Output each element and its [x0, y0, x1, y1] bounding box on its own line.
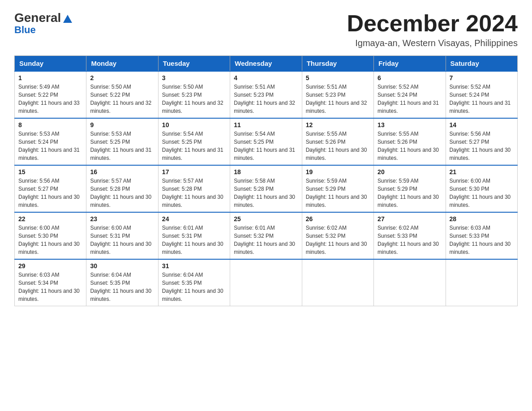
day-number: 27: [378, 215, 442, 223]
table-row: 24 Sunrise: 6:01 AMSunset: 5:31 PMDaylig…: [158, 212, 230, 259]
table-row: 20 Sunrise: 5:59 AMSunset: 5:29 PMDaylig…: [374, 165, 446, 212]
table-row: 15 Sunrise: 5:56 AMSunset: 5:27 PMDaylig…: [15, 165, 86, 212]
table-row: 10 Sunrise: 5:54 AMSunset: 5:25 PMDaylig…: [158, 118, 230, 165]
col-sunday: Sunday: [15, 56, 86, 72]
day-info: Sunrise: 6:02 AMSunset: 5:33 PMDaylight:…: [378, 224, 442, 256]
day-number: 11: [234, 121, 298, 128]
logo-triangle-icon: [63, 15, 72, 23]
table-row: 25 Sunrise: 6:01 AMSunset: 5:32 PMDaylig…: [230, 212, 302, 259]
day-info: Sunrise: 5:52 AMSunset: 5:24 PMDaylight:…: [378, 83, 442, 115]
table-row: 9 Sunrise: 5:53 AMSunset: 5:25 PMDayligh…: [86, 118, 158, 165]
table-row: 7 Sunrise: 5:52 AMSunset: 5:24 PMDayligh…: [446, 71, 517, 118]
col-tuesday: Tuesday: [158, 56, 230, 72]
day-number: 10: [162, 121, 226, 128]
table-row: 3 Sunrise: 5:50 AMSunset: 5:23 PMDayligh…: [158, 71, 230, 118]
day-number: 16: [90, 168, 154, 176]
day-number: 18: [234, 168, 298, 176]
day-info: Sunrise: 6:03 AMSunset: 5:33 PMDaylight:…: [450, 224, 514, 256]
day-number: 5: [306, 74, 370, 81]
day-number: 25: [234, 215, 298, 223]
col-friday: Friday: [374, 56, 446, 72]
day-info: Sunrise: 6:01 AMSunset: 5:32 PMDaylight:…: [234, 224, 298, 256]
table-row: 27 Sunrise: 6:02 AMSunset: 5:33 PMDaylig…: [374, 212, 446, 259]
calendar-week-row: 1 Sunrise: 5:49 AMSunset: 5:22 PMDayligh…: [15, 71, 518, 118]
col-thursday: Thursday: [302, 56, 373, 72]
day-number: 20: [378, 168, 442, 176]
day-number: 22: [18, 215, 82, 223]
logo-blue-text: Blue: [14, 24, 36, 36]
table-row: [374, 259, 446, 306]
location-subtitle: Igmaya-an, Western Visayas, Philippines: [347, 38, 518, 48]
calendar-header-row: Sunday Monday Tuesday Wednesday Thursday…: [15, 56, 518, 72]
day-info: Sunrise: 5:59 AMSunset: 5:29 PMDaylight:…: [378, 177, 442, 209]
day-number: 3: [162, 74, 226, 81]
day-info: Sunrise: 5:59 AMSunset: 5:29 PMDaylight:…: [306, 177, 370, 209]
col-wednesday: Wednesday: [230, 56, 302, 72]
day-number: 31: [162, 262, 226, 270]
day-info: Sunrise: 5:49 AMSunset: 5:22 PMDaylight:…: [18, 83, 82, 115]
day-number: 26: [306, 215, 370, 223]
day-number: 9: [90, 121, 154, 128]
day-number: 2: [90, 74, 154, 81]
title-area: December 2024 Igmaya-an, Western Visayas…: [347, 11, 518, 48]
day-number: 12: [306, 121, 370, 128]
calendar-week-row: 22 Sunrise: 6:00 AMSunset: 5:30 PMDaylig…: [15, 212, 518, 259]
table-row: 8 Sunrise: 5:53 AMSunset: 5:24 PMDayligh…: [15, 118, 86, 165]
table-row: 11 Sunrise: 5:54 AMSunset: 5:25 PMDaylig…: [230, 118, 302, 165]
day-info: Sunrise: 5:50 AMSunset: 5:23 PMDaylight:…: [162, 83, 226, 115]
calendar-week-row: 8 Sunrise: 5:53 AMSunset: 5:24 PMDayligh…: [15, 118, 518, 165]
day-number: 13: [378, 121, 442, 128]
table-row: 13 Sunrise: 5:55 AMSunset: 5:26 PMDaylig…: [374, 118, 446, 165]
day-number: 1: [18, 74, 82, 81]
day-info: Sunrise: 5:54 AMSunset: 5:25 PMDaylight:…: [162, 130, 226, 162]
table-row: 1 Sunrise: 5:49 AMSunset: 5:22 PMDayligh…: [15, 71, 86, 118]
day-number: 15: [18, 168, 82, 176]
day-number: 28: [450, 215, 514, 223]
table-row: 12 Sunrise: 5:55 AMSunset: 5:26 PMDaylig…: [302, 118, 373, 165]
day-info: Sunrise: 5:54 AMSunset: 5:25 PMDaylight:…: [234, 130, 298, 162]
calendar-week-row: 29 Sunrise: 6:03 AMSunset: 5:34 PMDaylig…: [15, 259, 518, 306]
day-info: Sunrise: 6:03 AMSunset: 5:34 PMDaylight:…: [18, 271, 82, 303]
table-row: 31 Sunrise: 6:04 AMSunset: 5:35 PMDaylig…: [158, 259, 230, 306]
day-info: Sunrise: 5:55 AMSunset: 5:26 PMDaylight:…: [378, 130, 442, 162]
logo: General Blue: [14, 11, 72, 36]
day-number: 30: [90, 262, 154, 270]
table-row: [302, 259, 373, 306]
day-number: 24: [162, 215, 226, 223]
day-info: Sunrise: 5:58 AMSunset: 5:28 PMDaylight:…: [234, 177, 298, 209]
table-row: 4 Sunrise: 5:51 AMSunset: 5:23 PMDayligh…: [230, 71, 302, 118]
calendar-week-row: 15 Sunrise: 5:56 AMSunset: 5:27 PMDaylig…: [15, 165, 518, 212]
day-info: Sunrise: 5:56 AMSunset: 5:27 PMDaylight:…: [450, 130, 514, 162]
table-row: 14 Sunrise: 5:56 AMSunset: 5:27 PMDaylig…: [446, 118, 517, 165]
table-row: 19 Sunrise: 5:59 AMSunset: 5:29 PMDaylig…: [302, 165, 373, 212]
month-title: December 2024: [347, 11, 518, 36]
day-number: 8: [18, 121, 82, 128]
day-number: 4: [234, 74, 298, 81]
table-row: 6 Sunrise: 5:52 AMSunset: 5:24 PMDayligh…: [374, 71, 446, 118]
col-saturday: Saturday: [446, 56, 517, 72]
day-info: Sunrise: 6:00 AMSunset: 5:30 PMDaylight:…: [18, 224, 82, 256]
table-row: 5 Sunrise: 5:51 AMSunset: 5:23 PMDayligh…: [302, 71, 373, 118]
table-row: 29 Sunrise: 6:03 AMSunset: 5:34 PMDaylig…: [15, 259, 86, 306]
table-row: 17 Sunrise: 5:57 AMSunset: 5:28 PMDaylig…: [158, 165, 230, 212]
day-info: Sunrise: 5:51 AMSunset: 5:23 PMDaylight:…: [234, 83, 298, 115]
day-info: Sunrise: 6:04 AMSunset: 5:35 PMDaylight:…: [162, 271, 226, 303]
day-info: Sunrise: 5:50 AMSunset: 5:22 PMDaylight:…: [90, 83, 154, 115]
day-info: Sunrise: 5:56 AMSunset: 5:27 PMDaylight:…: [18, 177, 82, 209]
day-info: Sunrise: 5:52 AMSunset: 5:24 PMDaylight:…: [450, 83, 514, 115]
day-info: Sunrise: 5:55 AMSunset: 5:26 PMDaylight:…: [306, 130, 370, 162]
day-number: 6: [378, 74, 442, 81]
col-monday: Monday: [86, 56, 158, 72]
day-info: Sunrise: 5:53 AMSunset: 5:24 PMDaylight:…: [18, 130, 82, 162]
table-row: 18 Sunrise: 5:58 AMSunset: 5:28 PMDaylig…: [230, 165, 302, 212]
day-number: 7: [450, 74, 514, 81]
day-info: Sunrise: 5:51 AMSunset: 5:23 PMDaylight:…: [306, 83, 370, 115]
table-row: 23 Sunrise: 6:00 AMSunset: 5:31 PMDaylig…: [86, 212, 158, 259]
day-number: 29: [18, 262, 82, 270]
day-info: Sunrise: 6:01 AMSunset: 5:31 PMDaylight:…: [162, 224, 226, 256]
day-number: 21: [450, 168, 514, 176]
day-number: 23: [90, 215, 154, 223]
day-info: Sunrise: 6:00 AMSunset: 5:30 PMDaylight:…: [450, 177, 514, 209]
table-row: 16 Sunrise: 5:57 AMSunset: 5:28 PMDaylig…: [86, 165, 158, 212]
table-row: 28 Sunrise: 6:03 AMSunset: 5:33 PMDaylig…: [446, 212, 517, 259]
